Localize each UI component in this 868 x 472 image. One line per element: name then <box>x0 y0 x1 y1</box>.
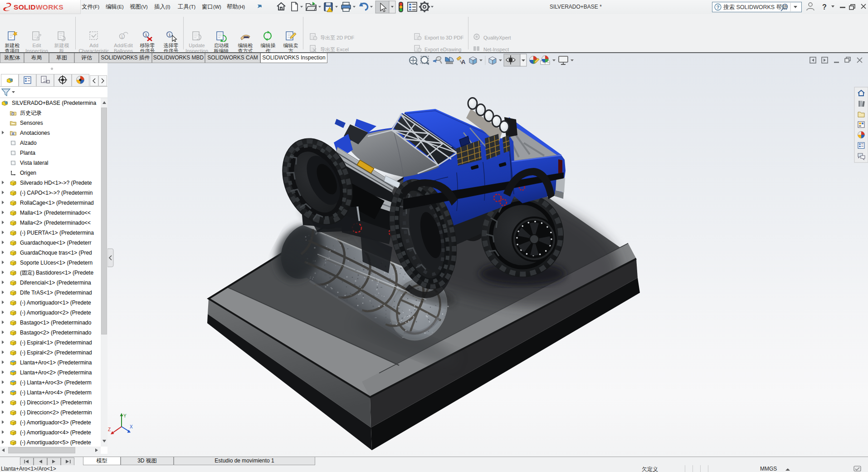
svg-text:1: 1 <box>168 33 171 37</box>
svg-text:SOLIDWORKS: SOLIDWORKS <box>14 3 63 11</box>
svg-text:搜索 SOLIDWORKS 帮助: 搜索 SOLIDWORKS 帮助 <box>723 4 788 10</box>
svg-text:Z: Z <box>108 427 111 432</box>
svg-text:Y: Y <box>123 413 127 418</box>
svg-text:A: A <box>461 59 466 65</box>
svg-text:X: X <box>130 424 133 429</box>
svg-text:1: 1 <box>145 33 147 37</box>
svg-text:?: ? <box>822 3 827 11</box>
svg-text:?: ? <box>717 5 720 10</box>
svg-text:1: 1 <box>121 34 123 39</box>
